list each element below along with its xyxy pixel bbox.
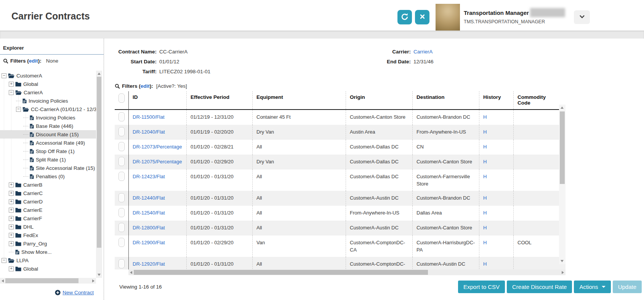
tree-item-customera[interactable]: −CustomerA [0,71,96,80]
tree-item-cc-carriera-01-01-12-12-31-46[interactable]: −CC-CarrierA (01/01/12 - 12/31/46) [0,105,96,113]
expand-icon[interactable]: + [9,266,14,271]
expand-icon[interactable]: + [9,224,14,229]
table-row[interactable]: DR-12423/Flat01/01/20 - 01/31/20AllCusto… [115,169,566,191]
rate-id-link[interactable]: DR-11500/Flat [133,114,165,120]
create-discount-rate-button[interactable]: Create Discount Rate [507,281,572,293]
tree-item-carriere[interactable]: +CarrierE [0,206,96,214]
sidebar-vertical-scrollbar[interactable] [96,71,102,278]
sidebar-horizontal-scrollbar[interactable] [0,278,96,284]
rate-id-link[interactable]: DR-12073/Percentage [133,144,182,150]
expand-icon[interactable]: + [9,241,14,246]
expand-icon[interactable]: + [9,82,14,87]
scroll-right-arrow[interactable] [92,279,95,282]
collapse-icon[interactable]: − [16,107,21,112]
expand-icon[interactable]: + [9,182,14,187]
scrollbar-thumb[interactable] [5,278,78,283]
tree-item-accessorial-rate-49[interactable]: Accessorial Rate (49) [0,139,96,147]
column-header-id[interactable]: ID [128,91,186,109]
tree-item-discount-rate-15[interactable]: Discount Rate (15) [0,130,96,139]
row-checkbox[interactable] [119,259,125,268]
scroll-down-arrow[interactable] [98,274,101,276]
rate-id-link[interactable]: DR-12440/Flat [133,195,165,201]
tree-item-show-more[interactable]: Show More... [0,248,96,256]
column-header-equipment[interactable]: Equipment [252,91,346,109]
scroll-up-arrow[interactable] [98,73,101,75]
table-vertical-scrollbar[interactable] [559,105,566,264]
tree-item-carriera[interactable]: −CarrierA [0,88,96,97]
table-row[interactable]: DR-12073/Percentage01/01/20 - 02/28/21Al… [115,140,566,155]
expand-icon[interactable]: + [9,199,14,204]
tree-item-split-rate-1[interactable]: Split Rate (1) [0,155,96,164]
rate-id-link[interactable]: DR-12800/Flat [133,225,165,231]
history-link[interactable]: H [483,240,487,245]
table-row[interactable]: DR-12040/Flat01/01/19 - 02/20/20Dry VanA… [115,125,566,140]
tree-item-llpa[interactable]: −LLPA [0,256,96,265]
history-link[interactable]: H [483,261,487,267]
tree-item-carrierc[interactable]: +CarrierC [0,189,96,197]
row-checkbox[interactable] [119,142,125,151]
scroll-left-arrow[interactable] [130,271,132,274]
rate-id-link[interactable]: DR-12900/Flat [133,240,165,245]
table-row[interactable]: DR-12900/Flat01/01/20 - 02/29/20VanCusto… [115,235,566,257]
row-checkbox[interactable] [119,208,125,217]
history-link[interactable]: H [483,195,487,201]
carrier-link[interactable]: CarrierA [413,49,433,55]
column-header-destination[interactable]: Destination [412,91,479,109]
table-row[interactable]: DR-12075/Percentage01/01/20 - 02/29/20Dr… [115,155,566,169]
history-link[interactable]: H [483,225,487,231]
table-row[interactable]: DR-12440/Flat01/01/20 - 01/31/20AllCusto… [115,191,566,206]
tree-item-stop-off-rate-1[interactable]: Stop Off Rate (1) [0,147,96,155]
table-row[interactable]: DR-12920/Flat01/01/20 - 01/31/20AllCusto… [115,257,566,269]
column-header-effective-period[interactable]: Effective Period [186,91,252,109]
table-row[interactable]: DR-12800/Flat01/01/20 - 01/31/20AllCusto… [115,221,566,235]
row-checkbox[interactable] [119,172,125,181]
expand-icon[interactable]: + [9,191,14,196]
rate-id-link[interactable]: DR-12423/Flat [133,174,165,179]
row-checkbox[interactable] [119,112,125,121]
row-checkbox[interactable] [119,238,125,247]
history-link[interactable]: H [483,129,487,135]
tree-item-fedex[interactable]: +FedEx [0,231,96,239]
column-header-commodity-code[interactable]: Commodity Code [513,91,559,109]
user-menu-button[interactable] [574,10,590,24]
scroll-left-arrow[interactable] [2,279,4,282]
expand-icon[interactable]: + [9,216,14,221]
collapse-icon[interactable]: − [9,90,14,95]
tree-item-invoicing-policies[interactable]: Invoicing Policies [0,97,96,105]
scrollbar-thumb[interactable] [134,270,428,275]
filters-edit-link[interactable]: edit [141,83,150,89]
tree-item-parry-org[interactable]: +Parry_Org [0,239,96,248]
tree-item-dhl[interactable]: +DHL [0,223,96,231]
export-to-csv-button[interactable]: Export to CSV [458,281,505,293]
table-horizontal-scrollbar[interactable] [128,269,566,275]
tree-item-penalties-0[interactable]: Penalties (0) [0,172,96,181]
rate-id-link[interactable]: DR-12040/Flat [133,129,165,135]
scroll-right-arrow[interactable] [562,271,564,274]
row-checkbox[interactable] [119,127,125,136]
scrollbar-thumb[interactable] [560,111,565,184]
scrollbar-thumb[interactable] [97,77,101,248]
tree-item-global[interactable]: +Global [0,265,96,273]
expand-icon[interactable]: + [9,208,14,213]
scroll-up-arrow[interactable] [561,106,564,109]
filters-edit-link[interactable]: edit [29,58,38,64]
tree-item-invoicing-policies[interactable]: Invoicing Policies [0,113,96,122]
column-header-origin[interactable]: Origin [346,91,412,109]
update-button[interactable]: Update [613,281,642,293]
rate-id-link[interactable]: DR-12540/Flat [133,210,165,216]
table-row[interactable]: DR-12540/Flat01/01/20 - 01/31/20AllFrom-… [115,206,566,221]
history-link[interactable]: H [483,174,487,179]
row-checkbox[interactable] [119,193,125,202]
collapse-icon[interactable]: − [2,73,6,78]
tree-item-carrierd[interactable]: +CarrierD [0,197,96,206]
tree-item-carrierf[interactable]: +CarrierF [0,214,96,223]
select-all-checkbox[interactable] [119,94,125,103]
tree-item-carrierb[interactable]: +CarrierB [0,181,96,189]
row-checkbox[interactable] [119,157,125,166]
tree-item-global[interactable]: +Global [0,80,96,88]
tree-item-site-accessorial-rate-15[interactable]: Site Accessorial Rate (15) [0,164,96,172]
history-link[interactable]: H [483,114,487,120]
scroll-down-arrow[interactable] [561,260,564,262]
row-checkbox[interactable] [119,223,125,232]
history-link[interactable]: H [483,144,487,150]
